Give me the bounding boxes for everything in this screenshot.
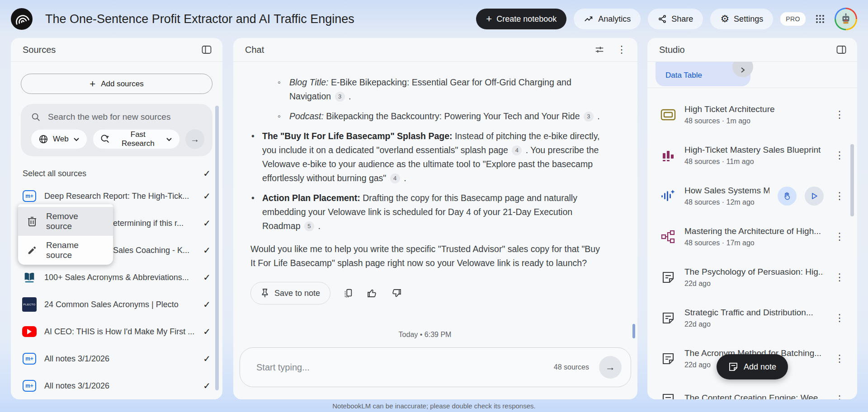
item-more-icon[interactable]: ⋮ (832, 148, 847, 163)
citation-badge[interactable]: 4 (390, 173, 400, 183)
trash-icon (27, 216, 37, 227)
citation-badge[interactable]: 5 (304, 221, 314, 231)
chat-scrollbar[interactable] (632, 324, 635, 338)
note-icon (660, 391, 676, 399)
analytics-button[interactable]: Analytics (574, 9, 641, 29)
globe-icon (38, 134, 48, 144)
youtube-icon (22, 324, 37, 339)
disclaimer-text: NotebookLM can be inaccurate; please dou… (0, 402, 868, 410)
chat-bullet-blog: Blog Title: E-Bike Bikepacking: Essentia… (289, 75, 606, 103)
select-all-checkbox[interactable]: ✓ (203, 168, 211, 179)
citation-badge[interactable]: 3 (584, 112, 594, 122)
citation-badge[interactable]: 4 (512, 145, 522, 155)
chat-closing-question: Would you like me to help you write the … (250, 242, 606, 270)
studio-chip-zone: Data Table (647, 62, 857, 88)
item-more-icon[interactable]: ⋮ (832, 310, 847, 326)
remove-source-label: Remove source (46, 211, 104, 231)
save-to-note-button[interactable]: Save to note (250, 282, 330, 304)
item-more-icon[interactable]: ⋮ (832, 270, 847, 285)
source-checkbox[interactable]: ✓ (203, 272, 211, 283)
source-checkbox[interactable]: ✓ (203, 191, 211, 201)
send-button[interactable]: → (599, 356, 622, 379)
sources-panel-title: Sources (23, 45, 56, 55)
rename-source-label: Rename source (46, 240, 104, 260)
chat-settings-icon[interactable] (592, 43, 607, 56)
item-more-icon[interactable]: ⋮ (832, 351, 847, 366)
studio-scrollbar[interactable] (850, 144, 854, 216)
avatar[interactable] (835, 8, 857, 30)
pro-badge: PRO (780, 12, 806, 26)
item-more-icon[interactable]: ⋮ (832, 188, 847, 204)
remove-source-menu-item[interactable]: Remove source (18, 207, 113, 236)
note-icon (660, 351, 676, 367)
arrow-right-icon: → (605, 361, 615, 373)
add-note-button[interactable]: Add note (717, 354, 788, 379)
studio-panel-title: Studio (659, 45, 685, 55)
studio-panel: Studio Data Table High Ticket Architectu… (647, 38, 857, 399)
expand-panel-icon[interactable] (835, 43, 848, 56)
studio-item[interactable]: High-Ticket Mastery Sales Blueprint 48 s… (647, 135, 857, 176)
chevron-down-icon (166, 137, 172, 141)
gear-icon: ⚙ (720, 13, 729, 25)
flashcards-icon (660, 107, 676, 123)
web-filter-chip[interactable]: Web (31, 129, 87, 149)
thumbs-down-icon[interactable] (390, 287, 403, 300)
source-context-menu: Remove source Rename source (18, 204, 113, 265)
notebooklm-logo[interactable] (11, 8, 33, 30)
item-more-icon[interactable]: ⋮ (832, 229, 847, 244)
studio-item[interactable]: Mastering the Architecture of High... 48… (647, 216, 857, 257)
citation-badge[interactable]: 3 (335, 92, 345, 102)
source-checkbox[interactable]: ✓ (203, 299, 211, 310)
apps-grid-icon[interactable] (813, 12, 827, 26)
play-button[interactable] (805, 187, 824, 206)
add-sources-label: Add sources (101, 80, 144, 89)
source-checkbox[interactable]: ✓ (203, 380, 211, 391)
source-row[interactable]: PLECTO 24 Common Sales Acronyms | Plecto… (11, 291, 222, 318)
collapse-panel-icon[interactable] (200, 43, 213, 56)
source-checkbox[interactable]: ✓ (203, 326, 211, 337)
source-checkbox[interactable]: ✓ (203, 218, 211, 229)
web-filter-label: Web (53, 135, 69, 144)
book-icon (22, 270, 37, 285)
interactive-mode-button[interactable] (778, 187, 797, 206)
plecto-favicon: PLECTO (22, 297, 37, 312)
search-submit-button[interactable]: → (185, 129, 204, 149)
flowchart-icon (660, 229, 676, 245)
item-more-icon[interactable]: ⋮ (832, 107, 847, 122)
source-row[interactable]: m+ All notes 3/1/2026 ✓ (11, 372, 222, 399)
source-checkbox[interactable]: ✓ (203, 353, 211, 364)
source-checkbox[interactable]: ✓ (203, 245, 211, 256)
studio-item[interactable]: How Sales Systems Map... 48 sources · 12… (647, 176, 857, 216)
chat-text-input[interactable] (256, 362, 554, 373)
bar-chart-icon (660, 147, 676, 164)
add-sources-button[interactable]: + Add sources (21, 74, 212, 94)
studio-item[interactable]: The Psychology of Persuasion: Hig... 22d… (647, 257, 857, 298)
research-mode-chip[interactable]: Fast Research (93, 129, 180, 149)
notebooklm-note-icon: m+ (22, 351, 37, 366)
chevron-down-icon (73, 137, 80, 141)
rename-source-menu-item[interactable]: Rename source (18, 236, 113, 265)
chat-more-icon[interactable]: ⋮ (615, 42, 628, 57)
copy-icon[interactable] (342, 287, 354, 300)
settings-button[interactable]: ⚙ Settings (710, 9, 773, 29)
chat-message-area[interactable]: Blog Title: E-Bike Bikepacking: Essentia… (233, 62, 637, 340)
source-row[interactable]: m+ All notes 3/1/2026 ✓ (11, 345, 222, 372)
pencil-icon (27, 245, 37, 255)
chat-bullet-podcast: Podcast: Bikepacking the Backcountry: Po… (289, 109, 606, 123)
sources-panel: Sources + Add sources Web (11, 38, 222, 399)
source-row[interactable]: AI CEO: THIS is How I'd Make My First ..… (11, 318, 222, 345)
chat-bullet-action-plan: Action Plan Placement: Drafting the copy… (262, 191, 606, 233)
studio-item[interactable]: High Ticket Architecture 48 sources · 1m… (647, 94, 857, 135)
share-label: Share (671, 14, 693, 24)
plus-icon: + (90, 79, 95, 89)
studio-item[interactable]: The Content Creation Engine: Wee... ⋮ (647, 379, 857, 399)
search-input[interactable] (48, 112, 204, 122)
source-row[interactable]: 100+ Sales Acronyms & Abbreviations... ✓ (11, 264, 222, 291)
share-button[interactable]: Share (648, 9, 703, 29)
item-more-icon[interactable]: ⋮ (832, 392, 847, 399)
sources-scrollbar[interactable] (215, 106, 219, 390)
create-notebook-button[interactable]: + Create notebook (476, 9, 566, 29)
thumbs-up-icon[interactable] (366, 287, 378, 300)
studio-item[interactable]: Strategic Traffic and Distribution... 22… (647, 298, 857, 338)
analytics-label: Analytics (598, 14, 631, 24)
